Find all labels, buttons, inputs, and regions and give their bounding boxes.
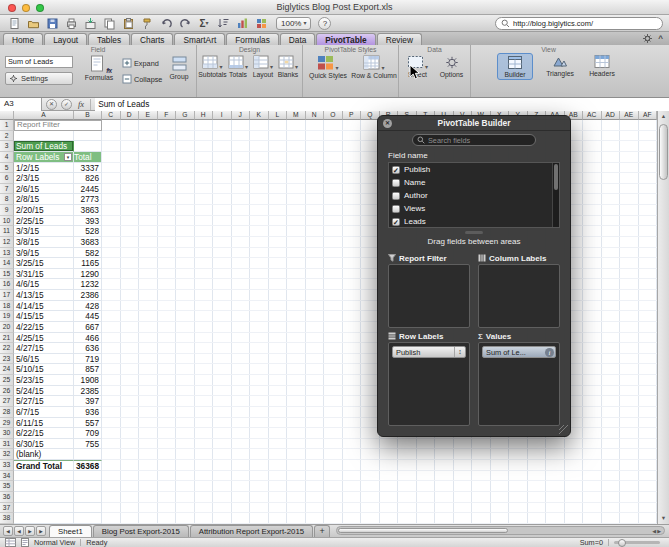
pivot-row-value[interactable]: 3337 (74, 163, 102, 174)
pivot-row-label[interactable]: 5/23/15 (14, 375, 74, 386)
select-all-corner[interactable] (0, 111, 14, 120)
row-header-27[interactable]: 27 (0, 396, 14, 407)
row-header-20[interactable]: 20 (0, 322, 14, 333)
gallery-icon[interactable] (253, 16, 269, 31)
collapse-button[interactable]: Collapse (122, 74, 162, 84)
column-header-c[interactable]: C (102, 111, 121, 120)
row-header-30[interactable]: 30 (0, 428, 14, 439)
row-header-32[interactable]: 32 (0, 449, 14, 460)
cell-A34[interactable] (14, 471, 74, 482)
field-list-scrollbar[interactable] (552, 163, 559, 227)
scroll-up-icon[interactable]: ▲ (658, 111, 669, 122)
blanks-button[interactable]: ▾ Blanks (276, 54, 300, 79)
report-filter-dropzone[interactable]: Report Filter (14, 120, 102, 131)
column-header-ad[interactable]: AD (602, 111, 621, 120)
row-header-10[interactable]: 10 (0, 216, 14, 227)
scroll-down-icon[interactable]: ▼ (658, 513, 669, 524)
pivot-row-value[interactable]: 3683 (74, 237, 102, 248)
vertical-scrollbar[interactable]: ▲ ▼ (657, 111, 669, 524)
next-sheet-icon[interactable]: ▶ (25, 526, 35, 536)
column-header-k[interactable]: K (250, 111, 269, 120)
redo-icon[interactable] (177, 16, 193, 31)
builder-titlebar[interactable]: ✕ PivotTable Builder (378, 116, 570, 131)
pivot-row-value[interactable]: 582 (74, 248, 102, 259)
row-header-13[interactable]: 13 (0, 248, 14, 259)
previous-sheet-icon[interactable]: ◀ (14, 526, 24, 536)
row-header-9[interactable]: 9 (0, 205, 14, 216)
cell-A38[interactable] (14, 513, 74, 524)
row-header-6[interactable]: 6 (0, 173, 14, 184)
pivot-row-value[interactable]: 557 (74, 418, 102, 429)
row-header-11[interactable]: 11 (0, 226, 14, 237)
open-icon[interactable] (25, 16, 41, 31)
save-icon[interactable] (44, 16, 60, 31)
pivot-row-value[interactable]: 393 (74, 216, 102, 227)
pivot-row-label[interactable]: 5/24/15 (14, 386, 74, 397)
column-header-f[interactable]: F (158, 111, 177, 120)
group-button[interactable]: Group (164, 54, 194, 81)
pivot-row-label[interactable]: 4/6/15 (14, 279, 74, 290)
grid-cells[interactable] (102, 513, 657, 524)
zoom-window-button[interactable] (36, 4, 44, 12)
options-button[interactable]: Options (435, 54, 468, 79)
first-sheet-icon[interactable]: ◀ (3, 526, 13, 536)
row-header-21[interactable]: 21 (0, 333, 14, 344)
row-header-29[interactable]: 29 (0, 418, 14, 429)
formulas-button[interactable]: fx ▾ Formulas (80, 54, 118, 82)
ribbon-tab-layout[interactable]: Layout (44, 33, 87, 45)
pivot-row-value[interactable]: 709 (74, 428, 102, 439)
column-header-af[interactable]: AF (639, 111, 658, 120)
checkbox-views[interactable] (392, 205, 400, 213)
toolbar-search[interactable] (495, 17, 663, 30)
name-box[interactable]: A3 (0, 98, 42, 111)
field-list-item-leads[interactable]: ✓Leads (389, 215, 559, 228)
pivot-row-value[interactable]: 1165 (74, 258, 102, 269)
row-header-24[interactable]: 24 (0, 364, 14, 375)
row-header-35[interactable]: 35 (0, 481, 14, 492)
row-header-31[interactable]: 31 (0, 439, 14, 450)
pivot-title-cell[interactable]: Sum of Leads (14, 141, 74, 152)
row-labels-area[interactable]: Publish↕ (388, 342, 470, 426)
ribbon-tab-smartart[interactable]: SmartArt (174, 33, 225, 45)
pivot-row-value[interactable]: 466 (74, 333, 102, 344)
row-header-16[interactable]: 16 (0, 279, 14, 290)
row-header-3[interactable]: 3 (0, 141, 14, 152)
cell-B37[interactable] (74, 503, 102, 514)
autosum-icon[interactable]: Σ▾ (196, 16, 212, 31)
row-header-19[interactable]: 19 (0, 311, 14, 322)
horizontal-scrollbar[interactable]: ◀▶ (336, 526, 665, 535)
checkbox-name[interactable] (392, 179, 400, 187)
pivot-row-value[interactable]: 755 (74, 439, 102, 450)
normal-view-icon[interactable] (5, 538, 16, 547)
copy-icon[interactable] (101, 16, 117, 31)
grid-cells[interactable] (102, 439, 657, 450)
pivot-row-label[interactable]: 4/25/15 (14, 333, 74, 344)
row-header-18[interactable]: 18 (0, 301, 14, 312)
cancel-icon[interactable]: ✕ (46, 99, 57, 110)
row-header-14[interactable]: 14 (0, 258, 14, 269)
active-field-name-box[interactable]: Sum of Leads (5, 56, 73, 68)
column-header-p[interactable]: P (343, 111, 362, 120)
pivot-row-value[interactable]: 1908 (74, 375, 102, 386)
builder-button[interactable]: Builder (497, 53, 533, 80)
blank-row-label[interactable]: (blank) (14, 449, 74, 460)
column-header-g[interactable]: G (176, 111, 195, 120)
pivot-row-label[interactable]: 6/7/15 (14, 407, 74, 418)
pivot-row-label[interactable]: 4/14/15 (14, 301, 74, 312)
column-header-m[interactable]: M (287, 111, 306, 120)
status-slider[interactable] (614, 541, 660, 544)
pivot-row-value[interactable]: 3863 (74, 205, 102, 216)
builder-search[interactable] (412, 134, 536, 146)
column-header-b[interactable]: B (74, 111, 102, 120)
column-header-e[interactable]: E (139, 111, 158, 120)
grid-cells[interactable] (102, 492, 657, 503)
grid-cells[interactable] (102, 471, 657, 482)
pivot-row-label[interactable]: 6/11/15 (14, 418, 74, 429)
row-header-1[interactable]: 1 (0, 120, 14, 131)
row-header-4[interactable]: 4 (0, 152, 14, 163)
expand-button[interactable]: Expand (122, 58, 159, 68)
field-list-item-author[interactable]: Author (389, 189, 559, 202)
row-header-17[interactable]: 17 (0, 290, 14, 301)
quick-styles-button[interactable]: ▾ Quick Styles (307, 54, 349, 80)
sheet-tab-sheet1[interactable]: Sheet1 (49, 525, 92, 537)
